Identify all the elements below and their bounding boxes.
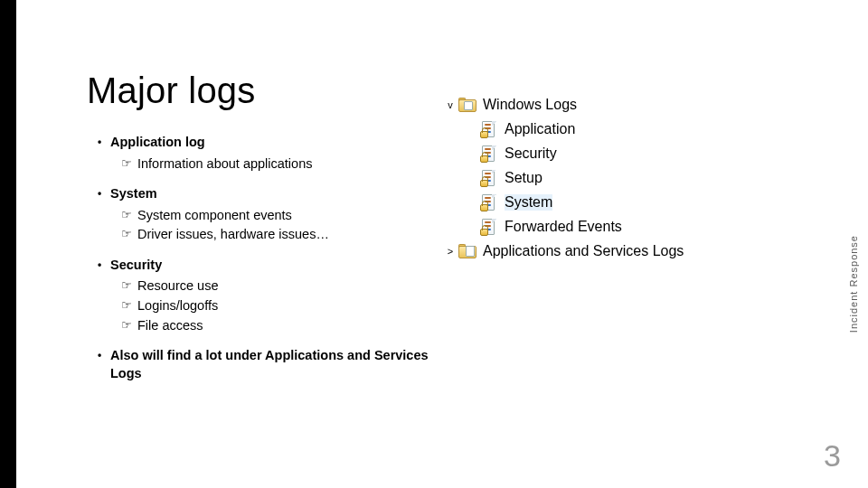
sub-bullet: Driver issues, hardware issues… (121, 226, 459, 244)
event-viewer-tree: v Windows Logs Application Security Setu… (443, 92, 752, 263)
chevron-right-icon[interactable]: > (443, 246, 458, 257)
slide-content: Application log Information about applic… (98, 134, 459, 395)
tree-item-system[interactable]: System (443, 190, 752, 214)
tree-item-label: Setup (505, 170, 542, 186)
log-icon (479, 193, 499, 211)
tree-item-label: Security (505, 145, 557, 162)
sub-bullet: Logins/logoffs (121, 297, 459, 315)
tree-item-apps-services-logs[interactable]: > Applications and Services Logs (443, 239, 752, 263)
log-icon (479, 169, 499, 187)
bullet-security: Security (98, 257, 459, 275)
side-label: Incident Response (848, 235, 859, 333)
bullet-application-log: Application log (98, 134, 459, 152)
tree-item-label: Applications and Services Logs (483, 243, 684, 259)
tree-item-application[interactable]: Application (443, 117, 752, 141)
folder-icon (458, 96, 477, 114)
sub-bullet: File access (121, 317, 459, 335)
chevron-down-icon[interactable]: v (443, 99, 458, 110)
tree-item-label: System (505, 194, 552, 211)
sub-bullet: Information about applications (121, 155, 459, 174)
bullet-apps-services: Also will find a lot under Applications … (98, 347, 459, 382)
tree-item-forwarded-events[interactable]: Forwarded Events (443, 214, 752, 239)
tree-item-label: Windows Logs (483, 97, 577, 113)
tree-item-setup[interactable]: Setup (443, 165, 752, 190)
page-number: 3 (824, 438, 841, 474)
tree-item-security[interactable]: Security (443, 141, 752, 165)
slide-title: Major logs (87, 70, 256, 111)
slide-accent-bar (0, 0, 16, 488)
tree-item-label: Application (505, 121, 575, 137)
tree-item-windows-logs[interactable]: v Windows Logs (443, 92, 752, 117)
bullet-system: System (98, 185, 459, 203)
tree-item-label: Forwarded Events (505, 219, 622, 235)
sub-bullet: Resource use (121, 277, 459, 296)
slide: Major logs Application log Information a… (0, 0, 868, 488)
log-icon (479, 218, 499, 236)
log-icon (479, 120, 499, 138)
sub-bullet: System component events (121, 207, 459, 225)
log-icon (479, 145, 499, 163)
folder-icon (458, 242, 477, 260)
